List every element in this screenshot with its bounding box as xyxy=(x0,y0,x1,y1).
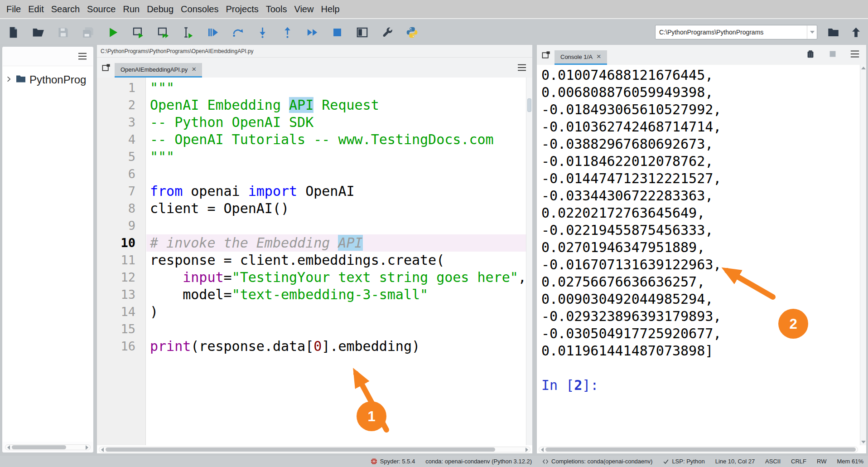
run-file-button[interactable] xyxy=(106,25,120,39)
line-number[interactable]: 6 xyxy=(97,165,135,183)
line-number[interactable]: 3 xyxy=(97,114,135,131)
stop-debugging-button[interactable] xyxy=(330,25,344,39)
scroll-up-icon[interactable] xyxy=(861,67,866,69)
code-line[interactable]: input="TestingYour text string goes here… xyxy=(146,269,526,286)
debug-file-button[interactable] xyxy=(206,25,219,39)
scrollbar-thumb[interactable] xyxy=(12,445,66,449)
code-line[interactable] xyxy=(146,165,526,183)
run-cell-advance-button[interactable] xyxy=(156,25,169,39)
console-prompt[interactable]: In [2]: xyxy=(541,377,860,394)
run-selection-button[interactable] xyxy=(181,25,194,39)
console-options-menu[interactable] xyxy=(850,49,860,61)
code-line[interactable]: response = client.embeddings.create( xyxy=(146,252,526,269)
menu-view[interactable]: View xyxy=(290,4,317,15)
scroll-left-icon[interactable] xyxy=(541,448,544,452)
menu-debug[interactable]: Debug xyxy=(143,4,177,15)
code-line[interactable]: print(response.data[0].embedding) xyxy=(146,338,526,355)
line-number[interactable]: 9 xyxy=(97,217,135,234)
menu-tools[interactable]: Tools xyxy=(262,4,291,15)
code-line[interactable]: model="text-embedding-3-small" xyxy=(146,286,526,303)
save-file-button[interactable] xyxy=(56,25,70,39)
line-number[interactable]: 1 xyxy=(97,79,135,97)
line-number[interactable]: 2 xyxy=(97,97,135,114)
code-line[interactable]: # invoke the Embedding API xyxy=(146,234,526,252)
new-window-icon[interactable] xyxy=(541,50,551,60)
editor-gutter[interactable]: 12345678910111213141516 xyxy=(97,78,146,445)
new-window-icon[interactable] xyxy=(101,63,111,73)
chevron-right-icon[interactable] xyxy=(5,76,12,84)
line-number[interactable]: 11 xyxy=(97,252,135,269)
console-vscrollbar[interactable] xyxy=(860,65,866,445)
step-into-button[interactable] xyxy=(256,25,269,39)
code-line[interactable]: -- OpenAI Tutorials -- www.TestingDocs.c… xyxy=(146,131,526,148)
working-directory-dropdown[interactable] xyxy=(807,25,817,39)
open-file-button[interactable] xyxy=(31,25,45,39)
line-number[interactable]: 10 xyxy=(97,234,135,252)
code-editor[interactable]: """OpenAI Embedding API Request-- Python… xyxy=(146,78,526,445)
line-number[interactable]: 14 xyxy=(97,303,135,321)
run-cell-button[interactable] xyxy=(131,25,145,39)
console-tab[interactable]: Console 1/A × xyxy=(555,50,607,65)
line-number[interactable]: 12 xyxy=(97,269,135,286)
browse-working-directory-button[interactable] xyxy=(826,25,840,39)
working-directory-input[interactable] xyxy=(656,29,807,36)
menu-consoles[interactable]: Consoles xyxy=(177,4,222,15)
code-line[interactable]: from openai import OpenAI xyxy=(146,183,526,200)
scrollbar-thumb[interactable] xyxy=(545,448,856,452)
code-line[interactable]: """ xyxy=(146,79,526,97)
code-line[interactable]: client = OpenAI() xyxy=(146,200,526,217)
menu-help[interactable]: Help xyxy=(317,4,343,15)
scrollbar-thumb[interactable] xyxy=(527,98,531,112)
new-file-button[interactable] xyxy=(6,25,20,39)
scroll-right-icon[interactable] xyxy=(526,448,528,452)
close-icon[interactable]: × xyxy=(192,65,196,73)
editor-options-menu[interactable] xyxy=(517,63,527,72)
continue-execution-button[interactable] xyxy=(305,25,319,39)
project-tree: PythonProg xyxy=(3,66,93,442)
console-output[interactable]: 0.010074688121676445,0.00680887605994939… xyxy=(537,65,860,445)
code-line[interactable]: OpenAI Embedding API Request xyxy=(146,97,526,114)
close-icon[interactable]: × xyxy=(597,53,601,60)
line-number[interactable]: 15 xyxy=(97,321,135,338)
explorer-hscrollbar[interactable] xyxy=(5,444,91,450)
scroll-left-icon[interactable] xyxy=(7,445,10,450)
code-line[interactable]: """ xyxy=(146,148,526,165)
line-number[interactable]: 4 xyxy=(97,131,135,148)
maximize-pane-button[interactable] xyxy=(355,25,369,39)
python-path-manager-button[interactable] xyxy=(405,25,419,39)
scrollbar-thumb[interactable] xyxy=(106,448,495,452)
parent-directory-button[interactable] xyxy=(849,25,863,39)
working-directory-combobox[interactable] xyxy=(655,25,817,39)
line-number[interactable]: 7 xyxy=(97,183,135,200)
menu-source[interactable]: Source xyxy=(83,4,119,15)
console-hscrollbar[interactable] xyxy=(539,447,858,452)
editor-hscrollbar[interactable] xyxy=(99,447,530,452)
editor-tab[interactable]: OpenAIEmbeddingAPI.py × xyxy=(115,63,202,78)
editor-vscrollbar[interactable] xyxy=(526,78,532,445)
line-number[interactable]: 13 xyxy=(97,286,135,303)
step-out-button[interactable] xyxy=(280,25,294,39)
save-all-button[interactable] xyxy=(81,25,95,39)
scroll-down-icon[interactable] xyxy=(861,441,866,443)
menu-projects[interactable]: Projects xyxy=(222,4,262,15)
interrupt-kernel-button[interactable] xyxy=(828,49,838,61)
explorer-options-menu[interactable] xyxy=(77,51,88,61)
line-number[interactable]: 16 xyxy=(97,338,135,355)
menu-run[interactable]: Run xyxy=(119,4,143,15)
code-line[interactable]: -- Python OpenAI SDK xyxy=(146,114,526,131)
code-line[interactable] xyxy=(146,321,526,338)
step-over-button[interactable] xyxy=(231,25,244,39)
preferences-button[interactable] xyxy=(380,25,394,39)
menu-edit[interactable]: Edit xyxy=(24,4,47,15)
code-line[interactable] xyxy=(146,217,526,234)
menu-file[interactable]: File xyxy=(3,4,24,15)
code-line[interactable]: ) xyxy=(146,303,526,321)
scroll-right-icon[interactable] xyxy=(86,445,88,450)
status-mem-61-: Mem 61% xyxy=(837,458,863,465)
scroll-left-icon[interactable] xyxy=(101,448,104,452)
remove-variables-button[interactable] xyxy=(805,49,815,61)
line-number[interactable]: 5 xyxy=(97,148,135,165)
line-number[interactable]: 8 xyxy=(97,200,135,217)
project-root-item[interactable]: PythonProg xyxy=(3,66,93,86)
menu-search[interactable]: Search xyxy=(48,4,83,15)
